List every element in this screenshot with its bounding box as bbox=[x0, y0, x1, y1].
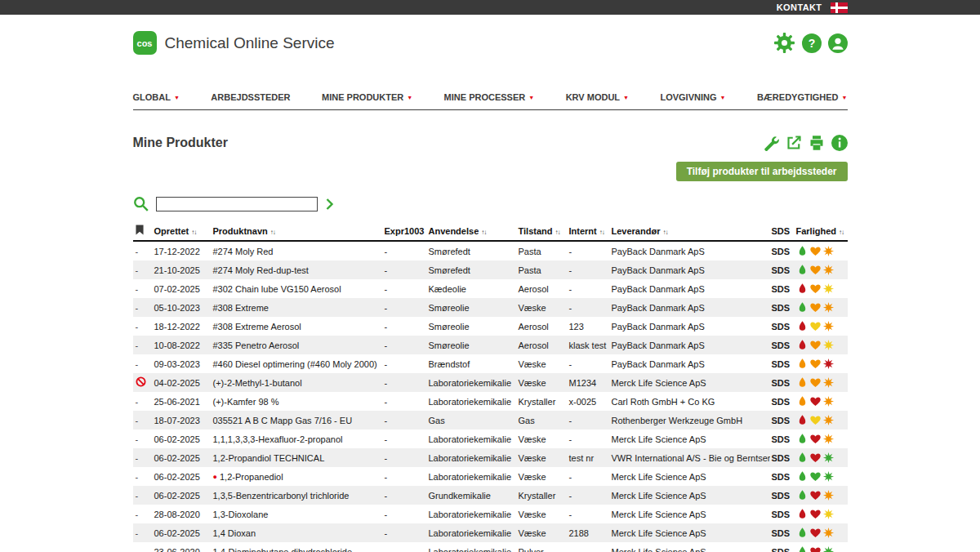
sds-link[interactable]: SDS bbox=[772, 472, 791, 482]
row-produktnavn[interactable]: (+)-2-Methyl-1-butanol bbox=[212, 373, 383, 392]
row-sds-cell[interactable]: SDS bbox=[770, 317, 795, 336]
row-sds-cell[interactable]: SDS bbox=[770, 260, 795, 279]
column-header-anvendelse[interactable]: Anvendelse↑↓ bbox=[427, 221, 517, 241]
row-produktnavn[interactable]: #335 Penetro Aerosol bbox=[212, 336, 383, 354]
row-produktnavn[interactable]: #308 Extreme Aerosol bbox=[212, 317, 383, 336]
sds-link[interactable]: SDS bbox=[772, 547, 791, 552]
row-produktnavn[interactable]: #302 Chain lube VG150 Aerosol bbox=[212, 279, 383, 298]
export-icon[interactable] bbox=[786, 135, 802, 151]
table-row[interactable]: -23-06-20201,4-Diaminobutane dihydrochlo… bbox=[133, 542, 848, 552]
column-header-produktnavn[interactable]: Produktnavn↑↓ bbox=[212, 221, 383, 241]
column-header-tilstand[interactable]: Tilstand↑↓ bbox=[517, 221, 568, 241]
nav-item-mine-processer[interactable]: MINE PROCESSER▼ bbox=[444, 92, 535, 102]
column-header-farlighed[interactable]: Farlighed↑↓ bbox=[795, 221, 848, 241]
sds-link[interactable]: SDS bbox=[772, 453, 791, 463]
table-row[interactable]: -09-03-2023#460 Diesel optimering (#460 … bbox=[133, 354, 848, 373]
row-expr1003: - bbox=[383, 279, 427, 298]
row-produktnavn[interactable]: 1,4-Diaminobutane dihydrochloride bbox=[212, 542, 383, 552]
search-icon[interactable] bbox=[133, 196, 149, 211]
row-produktnavn[interactable]: #308 Extreme bbox=[212, 298, 383, 317]
nav-item-arbejdssteder[interactable]: ARBEJDSSTEDER bbox=[211, 92, 290, 102]
row-sds-cell[interactable]: SDS bbox=[770, 505, 795, 523]
info-icon[interactable] bbox=[831, 135, 848, 151]
sds-link[interactable]: SDS bbox=[772, 528, 791, 538]
table-row[interactable]: -18-07-2023035521 A B C Mapp Gas 7/16 - … bbox=[133, 411, 848, 430]
row-produktnavn[interactable]: #460 Diesel optimering (#460 Moly 2000) bbox=[212, 354, 383, 373]
profile-icon[interactable] bbox=[828, 33, 848, 53]
nav-item-bæredygtighed[interactable]: BÆREDYGTIGHED▼ bbox=[757, 92, 848, 102]
table-row[interactable]: -28-08-20201,3-Dioxolane-Laboratoriekemi… bbox=[133, 505, 848, 523]
sds-link[interactable]: SDS bbox=[772, 265, 791, 275]
table-row[interactable]: -06-02-20251,3,5-Benzentricarbonyl trich… bbox=[133, 486, 848, 505]
row-sds-cell[interactable]: SDS bbox=[770, 411, 795, 430]
row-produktnavn[interactable]: 1,3-Dioxolane bbox=[212, 505, 383, 523]
row-sds-cell[interactable]: SDS bbox=[770, 486, 795, 505]
sds-link[interactable]: SDS bbox=[772, 247, 791, 256]
add-products-to-worksites-button[interactable]: Tilføj produkter til arbejdssteder bbox=[676, 162, 848, 181]
denmark-flag-icon[interactable] bbox=[831, 2, 848, 13]
sds-link[interactable]: SDS bbox=[772, 491, 791, 501]
nav-item-krv-modul[interactable]: KRV MODUL▼ bbox=[566, 92, 629, 102]
row-expr1003: - bbox=[383, 523, 427, 542]
row-sds-cell[interactable]: SDS bbox=[770, 373, 795, 392]
row-sds-cell[interactable]: SDS bbox=[770, 354, 795, 373]
row-produktnavn[interactable]: 035521 A B C Mapp Gas 7/16 - EU bbox=[212, 411, 383, 430]
sds-link[interactable]: SDS bbox=[772, 341, 791, 350]
column-header-internt[interactable]: Internt↑↓ bbox=[568, 221, 610, 241]
sds-link[interactable]: SDS bbox=[772, 378, 791, 388]
column-header-oprettet[interactable]: Oprettet↑↓ bbox=[153, 221, 212, 241]
table-row[interactable]: -06-02-20251,1,1,3,3,3-Hexafluor-2-propa… bbox=[133, 430, 848, 448]
table-row[interactable]: -21-10-2025#274 Moly Red-dup-test-Smøref… bbox=[133, 260, 848, 279]
row-sds-cell[interactable]: SDS bbox=[770, 542, 795, 552]
table-row[interactable]: -06-02-20251,2-Propandiol TECHNICAL-Labo… bbox=[133, 448, 848, 467]
row-sds-cell[interactable]: SDS bbox=[770, 298, 795, 317]
row-sds-cell[interactable]: SDS bbox=[770, 430, 795, 448]
search-submit-arrow-icon[interactable] bbox=[325, 198, 334, 211]
row-produktnavn[interactable]: 1,3,5-Benzentricarbonyl trichloride bbox=[212, 486, 383, 505]
table-row[interactable]: 04-02-2025(+)-2-Methyl-1-butanol-Laborat… bbox=[133, 373, 848, 392]
row-produktnavn[interactable]: (+)-Kamfer 98 % bbox=[212, 392, 383, 411]
sds-link[interactable]: SDS bbox=[772, 397, 791, 407]
row-status-cell: - bbox=[133, 467, 153, 486]
row-sds-cell[interactable]: SDS bbox=[770, 279, 795, 298]
row-sds-cell[interactable]: SDS bbox=[770, 523, 795, 542]
search-input[interactable] bbox=[156, 197, 318, 211]
gear-icon[interactable] bbox=[773, 32, 795, 54]
row-leverandor: Carl Roth GmbH + Co KG bbox=[610, 392, 770, 411]
help-icon[interactable]: ? bbox=[802, 33, 822, 53]
table-row[interactable]: -18-12-2022#308 Extreme Aerosol-Smøreoli… bbox=[133, 317, 848, 336]
row-sds-cell[interactable]: SDS bbox=[770, 241, 795, 260]
row-oprettet: 04-02-2025 bbox=[153, 373, 212, 392]
wrench-icon[interactable] bbox=[763, 135, 779, 151]
sds-link[interactable]: SDS bbox=[772, 303, 791, 313]
table-row[interactable]: -06-02-20251,4 Dioxan-Laboratoriekemikal… bbox=[133, 523, 848, 542]
table-row[interactable]: -06-02-2025● 1,2-Propanediol-Laboratorie… bbox=[133, 467, 848, 486]
sds-link[interactable]: SDS bbox=[772, 510, 791, 519]
row-sds-cell[interactable]: SDS bbox=[770, 392, 795, 411]
nav-item-global[interactable]: GLOBAL▼ bbox=[133, 92, 180, 102]
row-produktnavn[interactable]: 1,1,1,3,3,3-Hexafluor-2-propanol bbox=[212, 430, 383, 448]
sds-link[interactable]: SDS bbox=[772, 284, 791, 294]
table-row[interactable]: -10-08-2022#335 Penetro Aerosol-Smøreoli… bbox=[133, 336, 848, 354]
sds-link[interactable]: SDS bbox=[772, 322, 791, 332]
kontakt-link[interactable]: KONTAKT bbox=[777, 2, 822, 12]
row-sds-cell[interactable]: SDS bbox=[770, 448, 795, 467]
row-produktnavn[interactable]: #274 Moly Red bbox=[212, 241, 383, 260]
print-icon[interactable] bbox=[808, 135, 825, 151]
table-row[interactable]: -17-12-2022#274 Moly Red-SmørefedtPasta-… bbox=[133, 241, 848, 260]
row-produktnavn[interactable]: 1,2-Propandiol TECHNICAL bbox=[212, 448, 383, 467]
row-produktnavn[interactable]: #274 Moly Red-dup-test bbox=[212, 260, 383, 279]
sds-link[interactable]: SDS bbox=[772, 416, 791, 425]
table-row[interactable]: -07-02-2025#302 Chain lube VG150 Aerosol… bbox=[133, 279, 848, 298]
table-row[interactable]: -25-06-2021(+)-Kamfer 98 %-Laboratorieke… bbox=[133, 392, 848, 411]
column-header-leverandor[interactable]: Leverandør↑↓ bbox=[610, 221, 770, 241]
row-produktnavn[interactable]: ● 1,2-Propanediol bbox=[212, 467, 383, 486]
sds-link[interactable]: SDS bbox=[772, 359, 791, 369]
row-sds-cell[interactable]: SDS bbox=[770, 467, 795, 486]
nav-item-mine-produkter[interactable]: MINE PRODUKTER▼ bbox=[322, 92, 412, 102]
sds-link[interactable]: SDS bbox=[772, 434, 791, 444]
nav-item-lovgivning[interactable]: LOVGIVNING▼ bbox=[660, 92, 725, 102]
row-produktnavn[interactable]: 1,4 Dioxan bbox=[212, 523, 383, 542]
row-sds-cell[interactable]: SDS bbox=[770, 336, 795, 354]
table-row[interactable]: -05-10-2023#308 Extreme-SmøreolieVæske-P… bbox=[133, 298, 848, 317]
